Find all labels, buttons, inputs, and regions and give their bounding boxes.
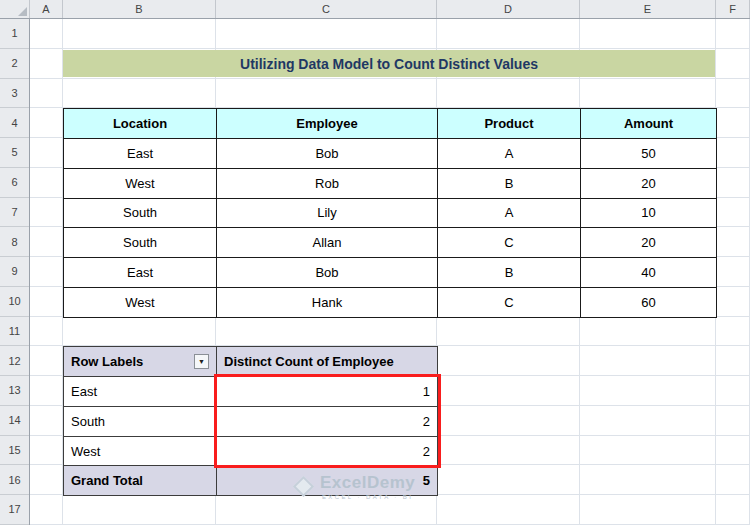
row-header[interactable]: 11 [0, 317, 29, 347]
watermark-text: ExcelDemy EXCEL · DATA · BI [320, 473, 415, 500]
table-cell[interactable]: 20 [581, 169, 717, 199]
column-header-a[interactable]: A [30, 0, 63, 18]
table-cell[interactable]: South [64, 228, 217, 258]
table-cell[interactable]: B [438, 169, 581, 199]
table-cell[interactable]: 40 [581, 258, 717, 288]
table-cell[interactable]: South [64, 199, 217, 229]
pivot-row-label[interactable]: South [64, 407, 217, 437]
table-cell[interactable]: 50 [581, 139, 717, 169]
column-header-row: A B C D E F [0, 0, 750, 19]
pivot-row-label[interactable]: East [64, 377, 217, 407]
row-header[interactable]: 15 [0, 436, 29, 466]
column-header-c[interactable]: C [216, 0, 437, 18]
table-cell[interactable]: A [438, 139, 581, 169]
table-cell[interactable]: C [438, 288, 581, 318]
row-header[interactable]: 6 [0, 168, 29, 198]
watermark: ExcelDemy EXCEL · DATA · BI [296, 473, 415, 500]
pivot-row-label[interactable]: West [64, 437, 217, 467]
table-cell[interactable]: 20 [581, 228, 717, 258]
pivot-value-header[interactable]: Distinct Count of Employee [217, 347, 438, 377]
table-header-location[interactable]: Location [64, 109, 217, 139]
watermark-tagline: EXCEL · DATA · BI [322, 494, 413, 500]
table-cell[interactable]: Allan [217, 228, 438, 258]
row-header[interactable]: 8 [0, 227, 29, 257]
spreadsheet: A B C D E F 1 2 3 4 5 6 7 8 9 10 11 12 1… [0, 0, 750, 525]
table-cell[interactable]: Rob [217, 169, 438, 199]
pivot-row-labels-text: Row Labels [71, 354, 143, 369]
column-header-e[interactable]: E [580, 0, 716, 18]
table-cell[interactable]: B [438, 258, 581, 288]
table-cell[interactable]: 10 [581, 199, 717, 229]
column-header-f[interactable]: F [716, 0, 750, 18]
row-header[interactable]: 3 [0, 79, 29, 109]
table-cell[interactable]: 60 [581, 288, 717, 318]
row-header[interactable]: 12 [0, 346, 29, 376]
watermark-name: ExcelDemy [320, 473, 415, 493]
row-header[interactable]: 9 [0, 257, 29, 287]
table-cell[interactable]: West [64, 288, 217, 318]
cells-area[interactable]: Utilizing Data Model to Count Distinct V… [30, 19, 750, 525]
pivot-grand-total-label[interactable]: Grand Total [64, 466, 217, 496]
row-header[interactable]: 17 [0, 495, 29, 525]
page-title: Utilizing Data Model to Count Distinct V… [240, 56, 538, 72]
table-cell[interactable]: Bob [217, 139, 438, 169]
grid-body: 1 2 3 4 5 6 7 8 9 10 11 12 13 14 15 16 1… [0, 19, 750, 525]
row-header[interactable]: 10 [0, 287, 29, 317]
chevron-down-icon: ▼ [198, 358, 205, 365]
source-data-table: Location Employee Product Amount East Bo… [63, 108, 717, 317]
table-cell[interactable]: A [438, 199, 581, 229]
table-header-product[interactable]: Product [438, 109, 581, 139]
row-header[interactable]: 2 [0, 49, 29, 79]
table-cell[interactable]: Lily [217, 199, 438, 229]
row-header[interactable]: 4 [0, 108, 29, 138]
row-header[interactable]: 7 [0, 198, 29, 228]
table-header-employee[interactable]: Employee [217, 109, 438, 139]
row-header[interactable]: 5 [0, 138, 29, 168]
table-cell[interactable]: East [64, 258, 217, 288]
row-header[interactable]: 14 [0, 406, 29, 436]
exceldemy-logo-icon [293, 476, 314, 497]
column-header-b[interactable]: B [63, 0, 216, 18]
table-cell[interactable]: West [64, 169, 217, 199]
row-header[interactable]: 1 [0, 19, 29, 49]
select-all-corner[interactable] [0, 0, 30, 18]
table-header-amount[interactable]: Amount [581, 109, 717, 139]
column-header-d[interactable]: D [437, 0, 580, 18]
row-header[interactable]: 13 [0, 376, 29, 406]
row-header-column: 1 2 3 4 5 6 7 8 9 10 11 12 13 14 15 16 1… [0, 19, 30, 525]
table-cell[interactable]: C [438, 228, 581, 258]
filter-dropdown-button[interactable]: ▼ [194, 354, 209, 369]
table-cell[interactable]: Hank [217, 288, 438, 318]
pivot-row-labels-header[interactable]: Row Labels ▼ [64, 347, 217, 377]
select-all-icon [18, 7, 27, 16]
highlight-box [214, 374, 441, 468]
title-banner[interactable]: Utilizing Data Model to Count Distinct V… [63, 50, 715, 77]
row-header[interactable]: 16 [0, 465, 29, 495]
table-cell[interactable]: Bob [217, 258, 438, 288]
table-cell[interactable]: East [64, 139, 217, 169]
